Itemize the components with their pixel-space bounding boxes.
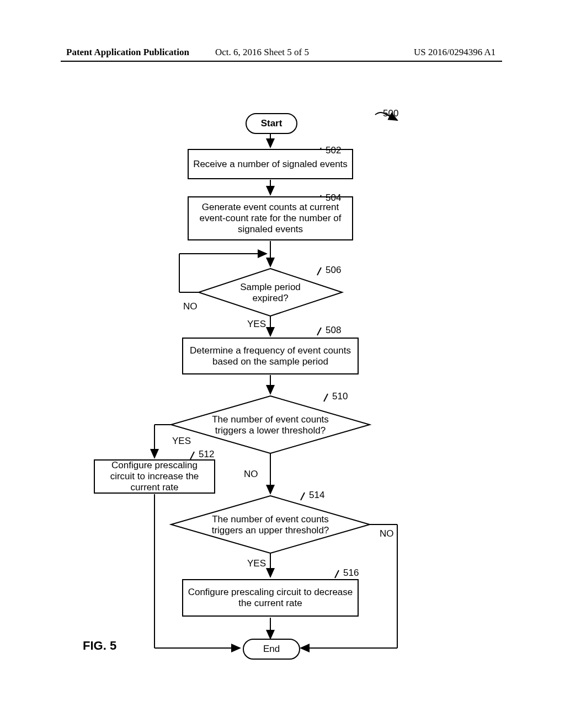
figure-label: FIG. 5 bbox=[83, 639, 116, 653]
box-504-text: Generate event counts at current event-c… bbox=[193, 202, 348, 235]
ref-500: 500 bbox=[383, 108, 398, 119]
start-label: Start bbox=[261, 118, 282, 129]
end-label: End bbox=[263, 644, 280, 655]
ref-506: 506 bbox=[326, 265, 341, 276]
diamond-514-text: The number of event counts triggers an u… bbox=[207, 512, 334, 538]
box-512: Configure prescaling circuit to increase… bbox=[94, 459, 215, 494]
label-506-yes: YES bbox=[247, 319, 266, 330]
terminal-end: End bbox=[243, 639, 300, 660]
ref-504: 504 bbox=[326, 192, 341, 204]
box-508-text: Determine a frequency of event counts ba… bbox=[188, 345, 353, 367]
diamond-510-text: The number of event counts triggers a lo… bbox=[207, 413, 334, 438]
box-516-text: Configure prescaling circuit to decrease… bbox=[188, 587, 353, 609]
label-514-no: NO bbox=[380, 528, 394, 539]
ref-514: 514 bbox=[309, 490, 324, 501]
box-508: Determine a frequency of event counts ba… bbox=[182, 338, 359, 374]
ref-510: 510 bbox=[332, 391, 348, 402]
box-512-text: Configure prescaling circuit to increase… bbox=[99, 460, 210, 493]
ref-508: 508 bbox=[326, 325, 341, 336]
label-510-yes: YES bbox=[172, 436, 191, 447]
label-514-yes: YES bbox=[247, 558, 266, 569]
box-502-text: Receive a number of signaled events bbox=[193, 159, 348, 170]
ref-502: 502 bbox=[326, 145, 341, 156]
diamond-506-text: Sample period expired? bbox=[223, 279, 317, 307]
box-516: Configure prescaling circuit to decrease… bbox=[182, 579, 359, 617]
flowchart: Start End Receive a number of signaled e… bbox=[0, 0, 565, 728]
terminal-start: Start bbox=[246, 113, 297, 134]
label-510-no: NO bbox=[244, 469, 258, 480]
label-506-no: NO bbox=[183, 301, 198, 312]
ref-516: 516 bbox=[343, 568, 359, 579]
ref-512: 512 bbox=[199, 449, 214, 460]
